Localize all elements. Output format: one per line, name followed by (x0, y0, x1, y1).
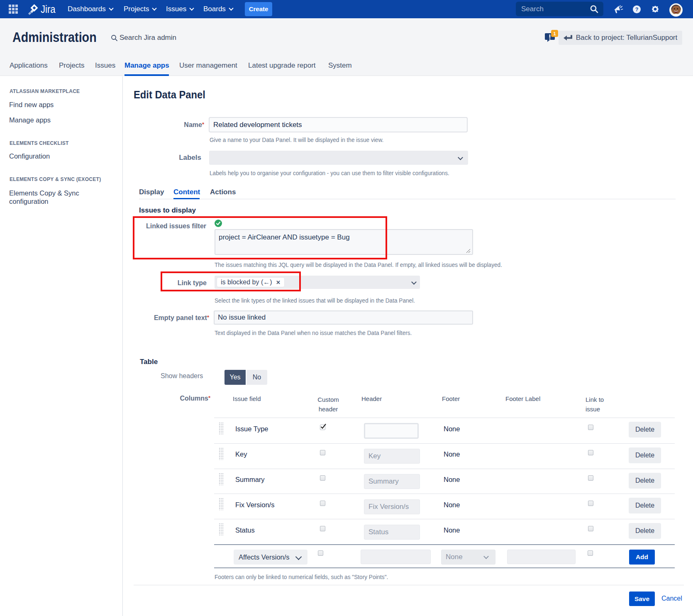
svg-text:1: 1 (553, 31, 556, 36)
svg-text:?: ? (635, 7, 639, 12)
